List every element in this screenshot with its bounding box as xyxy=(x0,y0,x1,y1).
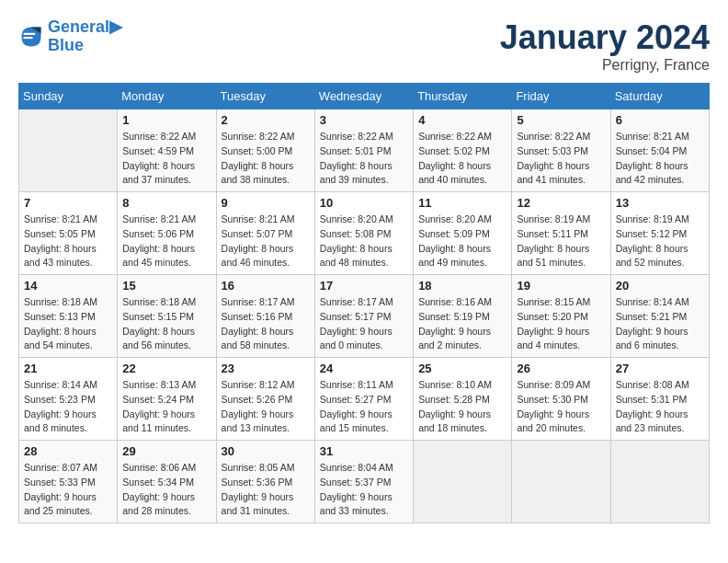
calendar-day-cell: 7Sunrise: 8:21 AMSunset: 5:05 PMDaylight… xyxy=(19,192,118,275)
calendar-day-cell: 9Sunrise: 8:21 AMSunset: 5:07 PMDaylight… xyxy=(216,192,314,275)
location: Perrigny, France xyxy=(500,57,710,74)
calendar-day-cell: 19Sunrise: 8:15 AMSunset: 5:20 PMDayligh… xyxy=(512,275,610,358)
calendar-day-cell: 11Sunrise: 8:20 AMSunset: 5:09 PMDayligh… xyxy=(414,192,512,275)
day-info: Sunrise: 8:04 AMSunset: 5:37 PMDaylight:… xyxy=(320,461,408,519)
calendar-day-cell: 3Sunrise: 8:22 AMSunset: 5:01 PMDaylight… xyxy=(314,109,413,192)
day-number: 17 xyxy=(320,279,408,293)
calendar-week-row: 21Sunrise: 8:14 AMSunset: 5:23 PMDayligh… xyxy=(19,358,710,441)
day-number: 21 xyxy=(24,362,112,375)
day-info: Sunrise: 8:17 AMSunset: 5:16 PMDaylight:… xyxy=(222,295,310,353)
day-number: 14 xyxy=(24,279,112,293)
day-info: Sunrise: 8:13 AMSunset: 5:24 PMDaylight:… xyxy=(122,378,210,436)
day-info: Sunrise: 8:19 AMSunset: 5:11 PMDaylight:… xyxy=(517,213,605,270)
day-info: Sunrise: 8:11 AMSunset: 5:27 PMDaylight:… xyxy=(320,378,408,436)
calendar-day-cell: 16Sunrise: 8:17 AMSunset: 5:16 PMDayligh… xyxy=(216,275,314,358)
day-info: Sunrise: 8:14 AMSunset: 5:23 PMDaylight:… xyxy=(24,378,112,436)
day-info: Sunrise: 8:20 AMSunset: 5:09 PMDaylight:… xyxy=(418,213,506,270)
day-number: 4 xyxy=(418,113,506,127)
calendar-day-cell xyxy=(512,441,610,523)
calendar-day-cell: 22Sunrise: 8:13 AMSunset: 5:24 PMDayligh… xyxy=(118,358,216,441)
day-info: Sunrise: 8:06 AMSunset: 5:34 PMDaylight:… xyxy=(122,461,210,519)
day-info: Sunrise: 8:22 AMSunset: 5:00 PMDaylight:… xyxy=(222,130,310,188)
day-number: 30 xyxy=(222,444,310,458)
calendar-day-cell: 25Sunrise: 8:10 AMSunset: 5:28 PMDayligh… xyxy=(414,358,512,441)
day-info: Sunrise: 8:10 AMSunset: 5:28 PMDaylight:… xyxy=(418,378,506,436)
calendar-day-cell: 26Sunrise: 8:09 AMSunset: 5:30 PMDayligh… xyxy=(512,358,610,441)
calendar-day-cell: 21Sunrise: 8:14 AMSunset: 5:23 PMDayligh… xyxy=(19,358,118,441)
calendar-day-cell xyxy=(19,109,118,192)
calendar-day-cell: 29Sunrise: 8:06 AMSunset: 5:34 PMDayligh… xyxy=(118,441,216,523)
day-info: Sunrise: 8:05 AMSunset: 5:36 PMDaylight:… xyxy=(222,461,310,519)
day-number: 3 xyxy=(320,113,408,127)
logo-line1: General xyxy=(48,17,109,36)
calendar-day-cell: 20Sunrise: 8:14 AMSunset: 5:21 PMDayligh… xyxy=(610,275,709,358)
day-info: Sunrise: 8:12 AMSunset: 5:26 PMDaylight:… xyxy=(222,378,310,436)
calendar-day-cell: 15Sunrise: 8:18 AMSunset: 5:15 PMDayligh… xyxy=(118,275,216,358)
calendar-day-cell: 10Sunrise: 8:20 AMSunset: 5:08 PMDayligh… xyxy=(314,192,413,275)
weekday-header-cell: Thursday xyxy=(414,84,512,109)
calendar-day-cell: 8Sunrise: 8:21 AMSunset: 5:06 PMDaylight… xyxy=(118,192,216,275)
day-info: Sunrise: 8:22 AMSunset: 5:01 PMDaylight:… xyxy=(320,130,408,188)
weekday-header-cell: Monday xyxy=(118,84,216,109)
calendar-day-cell: 12Sunrise: 8:19 AMSunset: 5:11 PMDayligh… xyxy=(512,192,610,275)
title-block: January 2024 Perrigny, France xyxy=(500,18,710,74)
calendar-day-cell: 4Sunrise: 8:22 AMSunset: 5:02 PMDaylight… xyxy=(414,109,512,192)
day-number: 11 xyxy=(418,196,506,210)
day-number: 5 xyxy=(517,113,605,127)
calendar-week-row: 28Sunrise: 8:07 AMSunset: 5:33 PMDayligh… xyxy=(19,441,710,523)
day-info: Sunrise: 8:21 AMSunset: 5:05 PMDaylight:… xyxy=(24,213,112,270)
calendar-week-row: 7Sunrise: 8:21 AMSunset: 5:05 PMDaylight… xyxy=(19,192,710,275)
calendar-day-cell: 23Sunrise: 8:12 AMSunset: 5:26 PMDayligh… xyxy=(216,358,314,441)
day-number: 1 xyxy=(122,113,210,127)
day-info: Sunrise: 8:18 AMSunset: 5:13 PMDaylight:… xyxy=(24,295,112,353)
calendar-day-cell: 14Sunrise: 8:18 AMSunset: 5:13 PMDayligh… xyxy=(19,275,118,358)
day-number: 16 xyxy=(222,279,310,293)
calendar-day-cell: 27Sunrise: 8:08 AMSunset: 5:31 PMDayligh… xyxy=(610,358,709,441)
day-info: Sunrise: 8:15 AMSunset: 5:20 PMDaylight:… xyxy=(517,295,605,353)
calendar-table: SundayMondayTuesdayWednesdayThursdayFrid… xyxy=(18,83,710,523)
calendar-day-cell xyxy=(414,441,512,523)
day-number: 24 xyxy=(320,362,408,375)
logo-line2: Blue xyxy=(48,37,122,55)
day-number: 29 xyxy=(122,444,210,458)
weekday-header-cell: Friday xyxy=(512,84,610,109)
day-info: Sunrise: 8:18 AMSunset: 5:15 PMDaylight:… xyxy=(122,295,210,353)
page-header: General▶ Blue January 2024 Perrigny, Fra… xyxy=(18,18,710,74)
calendar-week-row: 14Sunrise: 8:18 AMSunset: 5:13 PMDayligh… xyxy=(19,275,710,358)
weekday-header-cell: Tuesday xyxy=(216,84,314,109)
logo-text: General▶ Blue xyxy=(48,18,122,55)
day-number: 18 xyxy=(418,279,506,293)
day-info: Sunrise: 8:09 AMSunset: 5:30 PMDaylight:… xyxy=(517,378,605,436)
day-number: 15 xyxy=(122,279,210,293)
day-info: Sunrise: 8:17 AMSunset: 5:17 PMDaylight:… xyxy=(320,295,408,353)
day-info: Sunrise: 8:14 AMSunset: 5:21 PMDaylight:… xyxy=(616,295,704,353)
weekday-header-row: SundayMondayTuesdayWednesdayThursdayFrid… xyxy=(19,84,710,109)
weekday-header-cell: Sunday xyxy=(19,84,118,109)
day-number: 12 xyxy=(517,196,605,210)
calendar-day-cell: 6Sunrise: 8:21 AMSunset: 5:04 PMDaylight… xyxy=(610,109,709,192)
day-number: 8 xyxy=(122,196,210,210)
day-info: Sunrise: 8:08 AMSunset: 5:31 PMDaylight:… xyxy=(616,378,704,436)
calendar-day-cell: 28Sunrise: 8:07 AMSunset: 5:33 PMDayligh… xyxy=(19,441,118,523)
calendar-week-row: 1Sunrise: 8:22 AMSunset: 4:59 PMDaylight… xyxy=(19,109,710,192)
weekday-header-cell: Wednesday xyxy=(314,84,413,109)
day-number: 22 xyxy=(122,362,210,375)
day-number: 25 xyxy=(418,362,506,375)
calendar-day-cell: 17Sunrise: 8:17 AMSunset: 5:17 PMDayligh… xyxy=(314,275,413,358)
day-number: 10 xyxy=(320,196,408,210)
calendar-day-cell: 18Sunrise: 8:16 AMSunset: 5:19 PMDayligh… xyxy=(414,275,512,358)
weekday-header-cell: Saturday xyxy=(610,84,709,109)
day-info: Sunrise: 8:21 AMSunset: 5:04 PMDaylight:… xyxy=(616,130,704,188)
day-number: 7 xyxy=(24,196,112,210)
day-number: 26 xyxy=(517,362,605,375)
day-info: Sunrise: 8:21 AMSunset: 5:06 PMDaylight:… xyxy=(122,213,210,270)
day-info: Sunrise: 8:22 AMSunset: 5:03 PMDaylight:… xyxy=(517,130,605,188)
logo-icon xyxy=(18,24,44,50)
day-number: 31 xyxy=(320,444,408,458)
day-info: Sunrise: 8:22 AMSunset: 5:02 PMDaylight:… xyxy=(418,130,506,188)
svg-rect-1 xyxy=(24,33,36,35)
calendar-day-cell: 31Sunrise: 8:04 AMSunset: 5:37 PMDayligh… xyxy=(314,441,413,523)
calendar-day-cell: 5Sunrise: 8:22 AMSunset: 5:03 PMDaylight… xyxy=(512,109,610,192)
day-number: 9 xyxy=(222,196,310,210)
month-title: January 2024 xyxy=(500,18,710,57)
